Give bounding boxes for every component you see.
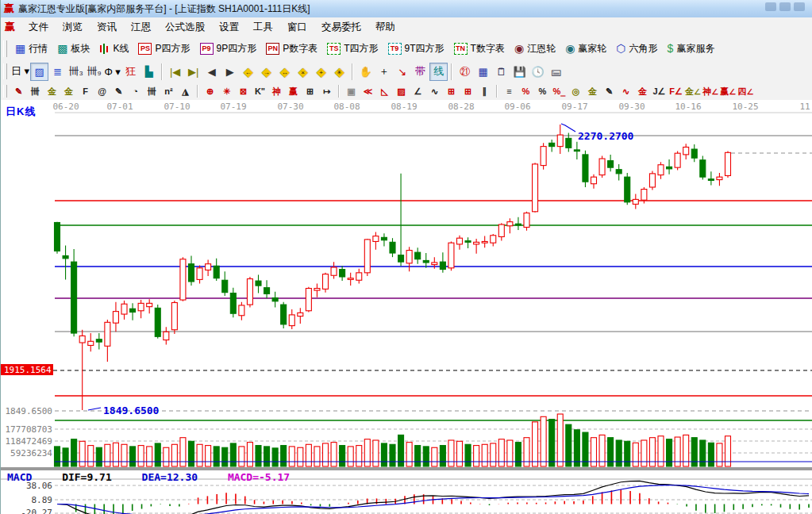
step-back-button[interactable]: ◀ [202,63,221,81]
ray-fan-tool[interactable]: ≪ [360,83,376,99]
numbered-grid-tool[interactable]: ⊞ [302,83,318,99]
gold-angle-tool[interactable]: 金∠ [684,83,702,99]
red-grid-tool-1[interactable]: ⊞ [443,83,460,99]
hand-tool-button[interactable]: ✋ [356,63,375,81]
gold-line-tool[interactable]: 金 [584,83,601,99]
menu-item-窗口[interactable]: 窗口 [280,19,314,36]
menu-item-帮助[interactable]: 帮助 [368,19,402,36]
gold-grid-tool-2[interactable]: 金 [60,83,77,99]
box-x-tool[interactable]: ⊠ [235,83,252,99]
toolbar-grip[interactable] [3,40,7,57]
k-quote-tool[interactable]: K" [252,83,268,99]
time-circle-tool[interactable]: ◔ [127,83,144,99]
f-angle-tool[interactable]: F∠ [668,83,684,99]
step-forward-button[interactable]: ▶ [221,63,239,81]
spiral-tool[interactable]: @ [94,83,110,99]
toolbar-button-9t-square[interactable]: T99T四方形 [383,41,449,56]
toolbar-button-winner-wheel[interactable]: ◉赢家轮 [560,41,611,56]
shen-grid-tool[interactable]: 神 [268,83,285,99]
kuang-analysis-button[interactable]: 狂 [121,63,140,81]
jump-last-button[interactable]: ▶| [184,63,202,81]
toolbar-button-9p-square[interactable]: P99P四方形 [195,41,262,56]
save-button[interactable]: 💾 [510,63,529,81]
si-angle-tool[interactable]: 四∠ [737,83,754,99]
pan-left-diamond-button[interactable]: ◆← [239,63,257,81]
toolbar-button-p-number-table[interactable]: PNP数字表 [261,41,322,56]
zoom-all-diamond-button[interactable]: ◆✳ [330,63,348,81]
notepad-button[interactable]: 🗒 [492,63,510,81]
red-grid-tool-2[interactable]: ⊞ [460,83,476,99]
menu-item-工具[interactable]: 工具 [246,19,280,36]
zoom-out-diamond-button[interactable]: ◆× [294,63,312,81]
info-panel-button[interactable]: ≣ [48,63,67,81]
kline-chart[interactable]: 06-2007-0107-1007-1907-3008-0808-1908-28… [1,100,812,514]
parallel-lines-tool[interactable]: ∥ [476,83,493,99]
shen-angle-tool[interactable]: 神∠ [702,83,719,99]
gold-angle-tool-0[interactable]: 金 [634,83,651,99]
percent-tool[interactable]: % [534,83,551,99]
n-square-tool[interactable]: n² [160,83,177,99]
histogram-button[interactable]: ▙ [140,63,158,81]
ying-box-tool[interactable]: 赢 [285,83,302,99]
restore-button[interactable] [779,2,791,11]
gold-grid-tool-1[interactable]: 金 [44,83,60,99]
angle-a-tool[interactable]: ◮ [177,83,194,99]
export-button[interactable]: 🖴 [547,63,565,81]
toolbar-button-t-number-table[interactable]: TNT数字表 [449,41,510,56]
candle-style-dropdown[interactable]: Φ ▾ [103,63,121,81]
f-grid-tool[interactable]: F [77,83,94,99]
period-day-dropdown[interactable]: 日 ▾ [10,63,30,81]
toolbar-grip[interactable] [3,85,7,97]
menu-item-资讯[interactable]: 资讯 [90,19,124,36]
percent-strike-tool[interactable]: % [518,83,534,99]
flag-pen-tool[interactable]: ✎ [601,83,618,99]
crosshair-tool-button[interactable]: ＋ [375,63,393,81]
pointer-tool-button[interactable]: ↘ [393,63,411,81]
ruler-tool[interactable]: ≡ [501,83,518,99]
wave-3-button[interactable]: 卌₃ [67,63,85,81]
toolbar-button-gann-wheel[interactable]: ◉江恩轮 [510,41,560,56]
menu-item-浏览[interactable]: 浏览 [56,19,90,36]
overlay-curve-button[interactable]: ▨ [30,63,48,81]
percent-line-tool[interactable]: %‗ [551,83,568,99]
j-angle-tool[interactable]: J∠ [651,83,668,99]
menu-item-交易委托[interactable]: 交易委托 [314,19,368,36]
pan-right-diamond-button[interactable]: ◆→ [257,63,275,81]
toolbar-button-kline[interactable]: K线 [94,41,133,56]
ying-angle-tool[interactable]: 赢∠ [719,83,737,99]
menu-item-江恩[interactable]: 江恩 [124,19,158,36]
toolbar-grip[interactable] [3,63,7,79]
zoom-in-diamond-button[interactable]: ◆+ [312,63,330,81]
chart-area[interactable]: 日K线 MACD DIF=9.71 DEA=12.30 MACD=-5.17 0… [1,100,812,514]
frame-tool[interactable]: ▣ [343,83,360,99]
line-tool-button[interactable]: 线 [429,63,448,81]
pencil-tool[interactable]: ✎ [10,83,27,99]
target-circle-tool[interactable]: ⊕ [202,83,218,99]
corner-rays-tool[interactable]: ◺ [376,83,393,99]
menu-item-设置[interactable]: 设置 [212,19,246,36]
band-tool-button[interactable]: 带 [411,63,429,81]
pan-both-diamond-button[interactable]: ◆↔ [275,63,294,81]
net-box-tool[interactable]: ▨ [393,83,410,99]
wave-tool[interactable]: ∿ [618,83,634,99]
gold-circle-tool[interactable]: ◎ [568,83,584,99]
range-arrow-tool[interactable]: ↦ [318,83,335,99]
minimize-button[interactable] [765,2,776,11]
wave-9-button[interactable]: 卌₉ [85,63,103,81]
toolbar-button-quotes-grid[interactable]: ▦行情 [10,41,52,56]
calculator-button[interactable]: ▦ [474,63,492,81]
toolbar-button-sectors[interactable]: ▩板块 [52,41,94,56]
close-button[interactable] [794,2,805,11]
calendar-21-button[interactable]: ㉑ [456,63,474,81]
menu-item-文件[interactable]: 文件 [21,19,56,36]
save-clock-button[interactable]: 🕓 [529,63,547,81]
starburst-tool[interactable]: ✳ [218,83,235,99]
grid-fence-tool[interactable]: 卌 [27,83,44,99]
toolbar-button-winner-service[interactable]: $赢家服务 [663,41,720,56]
zigzag-tool[interactable]: ∿ [426,83,443,99]
fence-tool-2[interactable]: 卌 [144,83,160,99]
toolbar-button-p-square[interactable]: PSP四方形 [133,41,194,56]
toolbar-button-t-square[interactable]: TST四方形 [322,41,383,56]
menu-item-公式选股[interactable]: 公式选股 [158,19,212,36]
toolbar-button-hexagon[interactable]: ⬡六角形 [611,41,662,56]
